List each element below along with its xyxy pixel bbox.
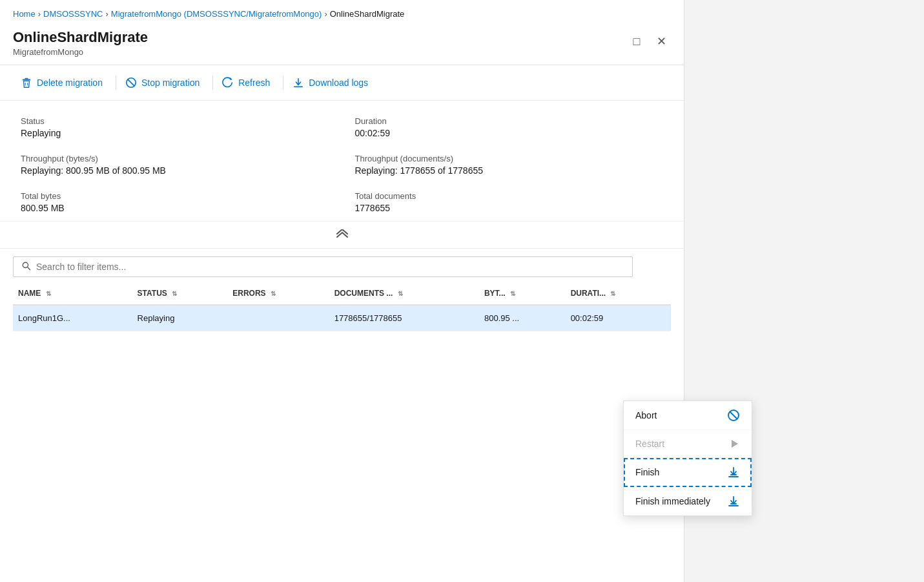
toolbar-separator-2	[212, 76, 213, 90]
info-section: Status Replaying Duration 00:02:59 Throu…	[0, 101, 684, 222]
context-menu: Abort Restart Finish Finish immediately	[623, 400, 752, 516]
col-status-sort-icon: ⇅	[172, 290, 177, 297]
col-name-label: NAME	[18, 289, 41, 298]
finish-immediately-label: Finish immediately	[635, 496, 710, 506]
total-docs-value: 1778655	[355, 203, 664, 213]
breadcrumb-dmsosssync[interactable]: DMSOSSSYNC	[43, 9, 103, 19]
delete-migration-button[interactable]: Delete migration	[13, 72, 114, 94]
col-documents-label: DOCUMENTS ...	[334, 289, 393, 298]
finish-label: Finish	[635, 467, 659, 477]
throughput-bytes-value: Replaying: 800.95 MB of 800.95 MB	[21, 165, 329, 176]
col-errors[interactable]: ERRORS ⇅	[227, 282, 329, 305]
breadcrumb-current: OnlineShardMigrate	[330, 9, 405, 19]
svg-line-5	[128, 79, 135, 87]
row-errors	[227, 305, 329, 331]
breadcrumb-migratefrom[interactable]: MigratefromMongo (DMSOSSSYNC/Migratefrom…	[111, 9, 322, 19]
status-value: Replaying	[21, 128, 329, 138]
breadcrumb-home[interactable]: Home	[13, 9, 36, 19]
restart-label: Restart	[635, 439, 664, 449]
abort-icon	[727, 409, 740, 422]
col-errors-sort-icon: ⇅	[271, 290, 276, 297]
toolbar: Delete migration Stop migration	[0, 65, 684, 101]
context-menu-finish-immediately[interactable]: Finish immediately	[624, 487, 752, 515]
col-duration-label: DURATI...	[571, 289, 606, 298]
trash-icon	[21, 77, 32, 88]
throughput-docs-label: Throughput (documents/s)	[355, 154, 664, 163]
finish-icon	[727, 466, 740, 479]
col-name[interactable]: NAME ⇅	[13, 282, 132, 305]
col-status[interactable]: STATUS ⇅	[132, 282, 228, 305]
delete-migration-label: Delete migration	[37, 78, 103, 88]
refresh-label: Refresh	[238, 78, 270, 88]
row-duration: 00:02:59	[566, 305, 671, 331]
toolbar-separator-1	[116, 76, 116, 90]
row-name: LongRun1G...	[13, 305, 132, 331]
status-label: Status	[21, 116, 329, 126]
refresh-icon	[222, 77, 234, 88]
stop-migration-button[interactable]: Stop migration	[118, 72, 211, 94]
migration-table: NAME ⇅ STATUS ⇅ ERRORS ⇅ DOCUMENTS ...	[13, 282, 671, 331]
refresh-button[interactable]: Refresh	[214, 72, 282, 94]
svg-line-8	[28, 267, 30, 270]
collapse-button[interactable]	[325, 227, 360, 245]
col-bytes-label: BYT...	[484, 289, 506, 298]
download-icon	[293, 77, 304, 88]
table-row[interactable]: LongRun1G... Replaying 1778655/1778655 8…	[13, 305, 671, 331]
toolbar-separator-3	[283, 76, 283, 90]
total-bytes-label: Total bytes	[21, 191, 329, 201]
col-documents[interactable]: DOCUMENTS ... ⇅	[329, 282, 479, 305]
svg-point-7	[23, 262, 28, 267]
restart-icon	[728, 438, 740, 450]
throughput-bytes-label: Throughput (bytes/s)	[21, 154, 329, 163]
breadcrumb: Home › DMSOSSSYNC › MigratefromMongo (DM…	[0, 0, 684, 24]
page-subtitle: MigratefromMongo	[13, 47, 148, 57]
search-input-wrapper	[13, 256, 633, 277]
col-bytes[interactable]: BYT... ⇅	[479, 282, 566, 305]
total-docs-label: Total documents	[355, 191, 664, 201]
download-logs-button[interactable]: Download logs	[285, 72, 380, 94]
svg-line-10	[730, 411, 737, 419]
row-status: Replaying	[132, 305, 228, 331]
col-documents-sort-icon: ⇅	[398, 290, 403, 297]
total-bytes-value: 800.95 MB	[21, 203, 329, 213]
svg-marker-11	[732, 440, 738, 448]
stop-icon	[125, 77, 137, 88]
duration-label: Duration	[355, 116, 664, 126]
col-name-sort-icon: ⇅	[46, 290, 51, 297]
duration-value: 00:02:59	[355, 128, 664, 138]
close-button[interactable]: ✕	[652, 32, 671, 51]
finish-immediately-icon	[727, 495, 740, 508]
row-documents: 1778655/1778655	[329, 305, 479, 331]
col-errors-label: ERRORS	[232, 289, 265, 298]
stop-migration-label: Stop migration	[141, 78, 200, 88]
svg-rect-0	[25, 78, 28, 79]
table-area: NAME ⇅ STATUS ⇅ ERRORS ⇅ DOCUMENTS ...	[0, 282, 684, 582]
col-duration-sort-icon: ⇅	[610, 290, 615, 297]
context-menu-finish[interactable]: Finish	[624, 458, 752, 487]
search-icon	[21, 261, 31, 273]
page-title: OnlineShardMigrate	[13, 29, 148, 46]
download-logs-label: Download logs	[309, 78, 368, 88]
search-row	[0, 249, 684, 282]
col-status-label: STATUS	[138, 289, 167, 298]
context-menu-restart: Restart	[624, 430, 752, 458]
abort-label: Abort	[635, 410, 657, 421]
throughput-docs-value: Replaying: 1778655 of 1778655	[355, 165, 664, 176]
context-menu-abort[interactable]: Abort	[624, 401, 752, 430]
col-bytes-sort-icon: ⇅	[510, 290, 515, 297]
row-bytes: 800.95 ...	[479, 305, 566, 331]
maximize-button[interactable]: □	[627, 32, 646, 51]
col-duration[interactable]: DURATI... ⇅	[566, 282, 671, 305]
search-input[interactable]	[36, 262, 624, 272]
svg-rect-1	[23, 79, 31, 81]
